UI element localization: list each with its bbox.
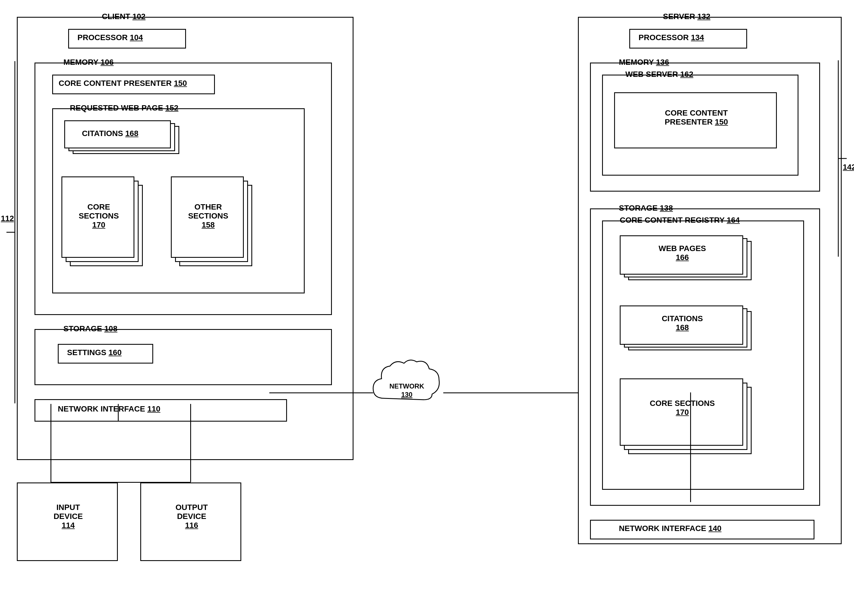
diagram: 100 CLIENT 102 PROCESSOR 104 MEMORY 106 … xyxy=(0,0,854,616)
client-ccp-label: CORE CONTENT PRESENTER 150 xyxy=(59,79,187,88)
server-ccr-box: CORE CONTENT REGISTRY 164 WEB PAGES166 xyxy=(602,221,804,490)
svg-text:NETWORK: NETWORK xyxy=(389,382,424,390)
server-ccp-box: CORE CONTENTPRESENTER 150 xyxy=(614,92,777,148)
server-citations-label: CITATIONS168 xyxy=(649,314,716,332)
client-core-sections-stack: CORESECTIONS170 xyxy=(61,177,151,274)
server-memory-box: MEMORY 136 WEB SERVER 162 CORE CONTENTPR… xyxy=(590,63,820,192)
client-citations-label: CITATIONS 168 xyxy=(82,129,138,138)
client-processor-box: PROCESSOR 104 xyxy=(68,29,186,49)
client-box: CLIENT 102 PROCESSOR 104 MEMORY 106 CORE… xyxy=(17,17,354,460)
client-settings-box: SETTINGS 160 xyxy=(58,344,153,364)
client-bracket-svg xyxy=(5,61,16,403)
server-processor-label: PROCESSOR 134 xyxy=(639,33,704,42)
client-memory-box: MEMORY 106 CORE CONTENT PRESENTER 150 RE… xyxy=(35,63,332,315)
output-device-box: OUTPUTDEVICE116 xyxy=(140,482,241,561)
client-memory-label: MEMORY 106 xyxy=(63,58,114,67)
client-ni-box: NETWORK INTERFACE 110 xyxy=(35,399,287,422)
output-device-label: OUTPUTDEVICE116 xyxy=(149,503,234,530)
line-ni-down xyxy=(118,404,119,421)
client-label: CLIENT 102 xyxy=(102,12,146,21)
client-storage-label: STORAGE 108 xyxy=(63,324,117,333)
server-storage-label: STORAGE 138 xyxy=(619,204,673,213)
line-server-ni-up xyxy=(690,392,691,502)
network-cloud: NETWORK 130 xyxy=(368,356,446,412)
server-ccp-label: CORE CONTENTPRESENTER 150 xyxy=(626,108,767,127)
client-citations-stack: CITATIONS 168 xyxy=(64,120,188,157)
server-ws-box: WEB SERVER 162 CORE CONTENTPRESENTER 150 xyxy=(602,75,798,175)
server-memory-label: MEMORY 136 xyxy=(619,58,669,67)
server-label: SERVER 132 xyxy=(663,12,711,21)
client-rwp-label: REQUESTED WEB PAGE 152 xyxy=(70,104,178,113)
client-core-sections-label: CORESECTIONS170 xyxy=(71,203,127,229)
server-core-sections-stack: CORE SECTIONS170 xyxy=(620,378,760,462)
server-webpages-stack: WEB PAGES166 xyxy=(620,235,760,286)
line-to-output xyxy=(190,404,191,482)
input-device-box: INPUTDEVICE114 xyxy=(17,482,118,561)
server-core-sections-label: CORE SECTIONS170 xyxy=(649,399,716,417)
client-other-sections-label: OTHERSECTIONS158 xyxy=(180,203,236,229)
server-storage-box: STORAGE 138 CORE CONTENT REGISTRY 164 WE… xyxy=(590,209,820,506)
server-ws-label: WEB SERVER 162 xyxy=(625,70,693,79)
client-storage-box: STORAGE 108 SETTINGS 160 xyxy=(35,329,332,385)
client-rwp-box: REQUESTED WEB PAGE 152 CITATIONS 168 xyxy=(52,108,305,293)
svg-text:130: 130 xyxy=(401,391,412,398)
server-ccr-label: CORE CONTENT REGISTRY 164 xyxy=(620,216,740,225)
line-client-to-network xyxy=(269,392,373,393)
line-to-input xyxy=(50,404,51,482)
server-box: SERVER 132 PROCESSOR 134 MEMORY 136 WEB … xyxy=(578,17,842,544)
input-device-label: INPUTDEVICE114 xyxy=(29,503,107,530)
client-processor-label: PROCESSOR 104 xyxy=(78,33,143,42)
server-ni-label: NETWORK INTERFACE 140 xyxy=(619,524,721,533)
server-processor-box: PROCESSOR 134 xyxy=(629,29,747,49)
client-ni-label: NETWORK INTERFACE 110 xyxy=(58,404,160,413)
server-webpages-label: WEB PAGES166 xyxy=(649,244,716,262)
server-bracket-svg xyxy=(836,60,849,257)
client-settings-label: SETTINGS 160 xyxy=(67,348,122,357)
client-ccp-box: CORE CONTENT PRESENTER 150 xyxy=(52,75,215,94)
server-citations-stack: CITATIONS168 xyxy=(620,305,760,356)
server-ni-box: NETWORK INTERFACE 140 xyxy=(590,520,814,540)
client-other-sections-stack: OTHERSECTIONS158 xyxy=(171,177,261,274)
line-input-output xyxy=(50,482,191,483)
